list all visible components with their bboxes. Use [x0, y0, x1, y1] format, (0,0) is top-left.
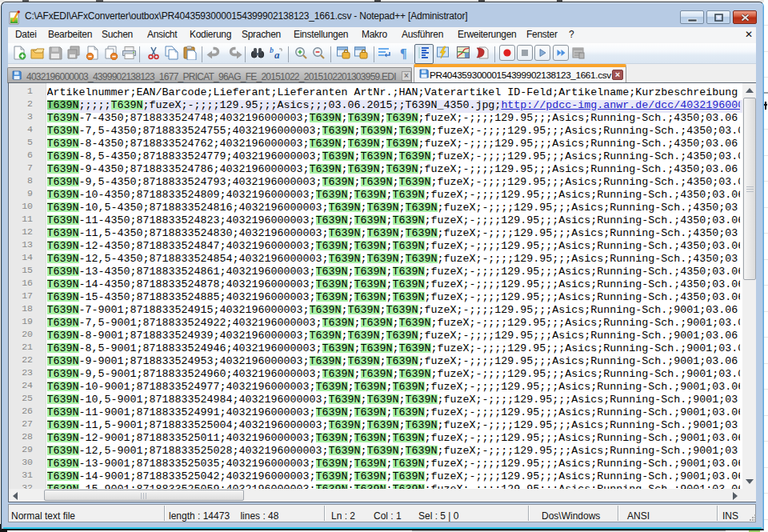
svg-text:¶: ¶: [400, 46, 407, 60]
svg-text:a: a: [274, 49, 280, 60]
svg-text:b: b: [270, 46, 274, 54]
